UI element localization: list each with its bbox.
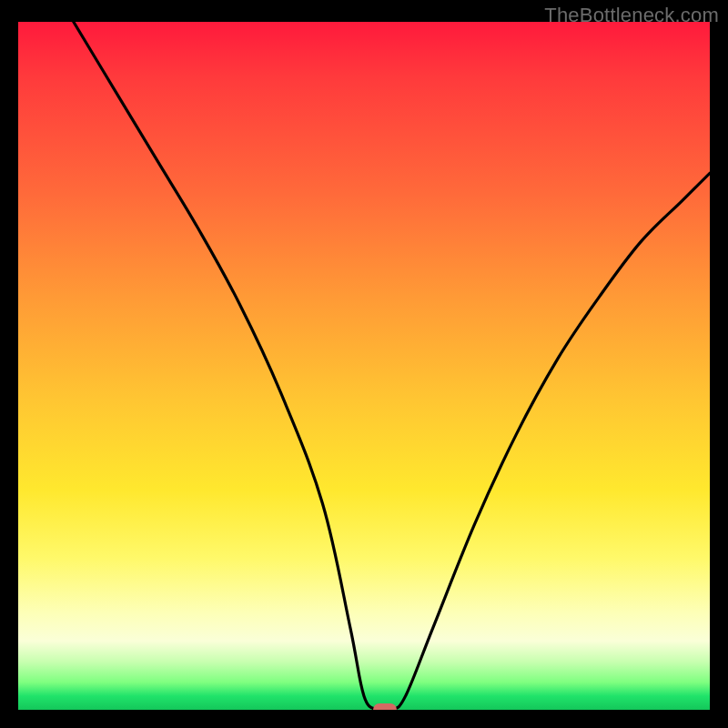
watermark-label: TheBottleneck.com: [544, 4, 719, 27]
chart-frame: TheBottleneck.com: [0, 0, 728, 728]
plot-area: [18, 22, 710, 710]
bottleneck-curve: [18, 22, 710, 710]
optimal-marker: [373, 703, 397, 710]
curve-path: [74, 22, 710, 710]
